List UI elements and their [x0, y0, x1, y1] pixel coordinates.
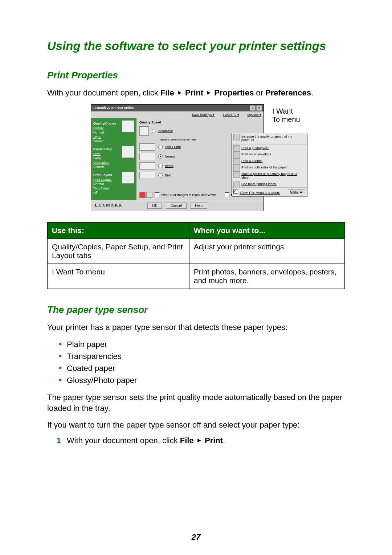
table-cell: Quality/Copies, Paper Setup, and Print L… [48, 238, 189, 264]
table-header-use-this: Use this: [48, 222, 189, 238]
ok-button[interactable]: OK [147, 203, 162, 209]
list-item: Glossy/Photo paper [59, 374, 345, 386]
radio-label: Quick Print [165, 145, 181, 149]
sensor-intro: Your printer has a paper type sensor tha… [47, 322, 345, 333]
quality-icon [139, 143, 155, 151]
list-item: Coated paper [59, 362, 345, 374]
table-row: I Want To menu Print photos, banners, en… [48, 264, 345, 289]
table-cell: I Want To menu [48, 264, 189, 289]
tab-thumb-icon [122, 146, 134, 158]
poster-icon [233, 171, 240, 178]
table-cell: Print photos, banners, envelopes, poster… [189, 264, 344, 289]
sidebar-value: Sensed [93, 139, 134, 143]
arrow-icon: ▸ [207, 87, 211, 97]
print-properties-intro: With your document open, click File ▸ Pr… [47, 87, 345, 98]
bold-preferences: Preferences [265, 88, 311, 97]
radio-label: Automatic [158, 129, 173, 133]
section-print-properties-title: Print Properties [47, 70, 345, 81]
text: or [256, 88, 265, 97]
menu-i-want-to[interactable]: I Want To ▾ [219, 113, 239, 117]
radio-automatic[interactable] [152, 129, 156, 133]
radio-best[interactable] [158, 173, 163, 177]
dialog-main-pane: Quality/Speed Automatic quality based on… [136, 118, 264, 200]
speed-icon [233, 134, 240, 140]
dialog-sidebar: Quality/Copies Quality: Normal Type: Sen… [91, 118, 136, 200]
checkbox-bw-label: Print Color Images in Black and White [161, 193, 225, 197]
sidebar-size-link[interactable]: Size: [93, 152, 101, 156]
sidebar-type-link[interactable]: Type: [93, 135, 101, 139]
sidebar-twosided-link[interactable]: Two-Sided: [93, 187, 110, 190]
close-icon[interactable]: × [256, 105, 262, 111]
iw-item-envelope[interactable]: Print on an envelope. [232, 151, 307, 158]
bold-file: File [160, 88, 174, 97]
color-swatch-icon [139, 192, 146, 198]
bold-print: Print [205, 436, 223, 445]
iw-show-startup[interactable]: Show This Menu at Startup. [233, 189, 280, 195]
radio-normal[interactable] [158, 154, 163, 159]
radio-label: Best [165, 174, 171, 177]
text: . [311, 88, 313, 97]
quality-icon [139, 162, 155, 170]
bold-print: Print [185, 88, 203, 97]
checkbox-bw[interactable] [155, 192, 159, 197]
dialog-menubar: Save Settings ▾ I Want To ▾ Options ▾ [91, 111, 264, 118]
sensor-para2: The paper type sensor sets the print qua… [47, 392, 345, 413]
arrow-icon: ▸ [178, 87, 181, 97]
iw-item-duplex[interactable]: Print on both sides of the paper. [232, 164, 307, 171]
list-item: Plain paper [59, 338, 345, 350]
text: . [223, 436, 225, 445]
quality-icon [139, 172, 155, 179]
dialog-footer: LEXMARK OK Cancel Help [91, 200, 264, 211]
bw-swatch-icon [146, 192, 152, 198]
iw-close-button[interactable]: Close ▲ [288, 189, 305, 194]
i-want-to-popup: Increase the quality or speed of my prin… [232, 133, 307, 196]
quality-speed-heading: Quality/Speed [139, 121, 261, 124]
help-button[interactable]: Help [191, 203, 208, 209]
print-properties-dialog: Lexmark Z700-P700 Series ? × Save Settin… [91, 104, 264, 211]
iw-item-more[interactable]: See more printing ideas. [232, 181, 307, 187]
iw-item-banner[interactable]: Print a banner. [232, 158, 307, 164]
bold-properties: Properties [214, 88, 254, 97]
sensor-para3: If you want to turn the paper type senso… [47, 420, 345, 430]
cancel-button[interactable]: Cancel [166, 203, 187, 209]
iw-title: Increase the quality or speed of my prin… [232, 133, 307, 144]
sidebar-quality-link[interactable]: Quality: [93, 126, 105, 130]
paper-types-list: Plain paper Transparencies Coated paper … [59, 338, 345, 386]
table-cell: Adjust your printer settings. [189, 238, 344, 264]
section-paper-sensor-title: The paper type sensor [47, 304, 345, 315]
radio-better[interactable] [158, 164, 163, 168]
bold-file: File [180, 436, 194, 445]
table-row: Quality/Copies, Paper Setup, and Print L… [48, 238, 345, 264]
dialog-titlebar[interactable]: Lexmark Z700-P700 Series ? × [91, 105, 264, 111]
step-1: 1 With your document open, click File ▸ … [57, 436, 345, 445]
tab-thumb-icon [122, 172, 134, 184]
tab-thumb-icon [122, 121, 134, 132]
radio-label: Better [165, 164, 173, 168]
menu-options[interactable]: Options ▾ [244, 113, 261, 117]
page-number: 27 [0, 532, 392, 542]
manual-page: Using the software to select your printe… [0, 0, 392, 555]
sidebar-orientation-link[interactable]: Orientation: [93, 161, 110, 164]
sidebar-value: Portrait [93, 165, 134, 169]
sidebar-layout-link[interactable]: Print Layout: [93, 178, 112, 181]
iw-item-poster[interactable]: Make a poster or put many pages on a she… [232, 171, 307, 181]
dialog-title: Lexmark Z700-P700 Series [93, 106, 249, 110]
list-item: Transparencies [59, 350, 345, 362]
help-icon[interactable]: ? [250, 105, 256, 111]
table-header-when: When you want to... [189, 222, 344, 238]
step-number: 1 [57, 436, 67, 445]
quality-icon [139, 153, 155, 160]
iw-item-photo[interactable]: Print a photograph. [232, 144, 307, 151]
quality-icon [139, 126, 149, 136]
checkbox-lastpage[interactable] [225, 192, 229, 197]
arrow-icon: ▸ [197, 436, 201, 444]
text: With your document open, click [47, 88, 160, 97]
usage-table: Use this: When you want to... Quality/Co… [47, 222, 345, 289]
radio-label: Normal [165, 155, 175, 158]
lightbulb-icon [233, 181, 240, 188]
page-title: Using the software to select your printe… [47, 39, 345, 53]
annotation-i-want-to: I Want To menu [272, 107, 301, 124]
menu-save-settings[interactable]: Save Settings ▾ [188, 113, 215, 117]
radio-quickprint[interactable] [158, 145, 163, 149]
text: With your document open, click [67, 436, 180, 445]
